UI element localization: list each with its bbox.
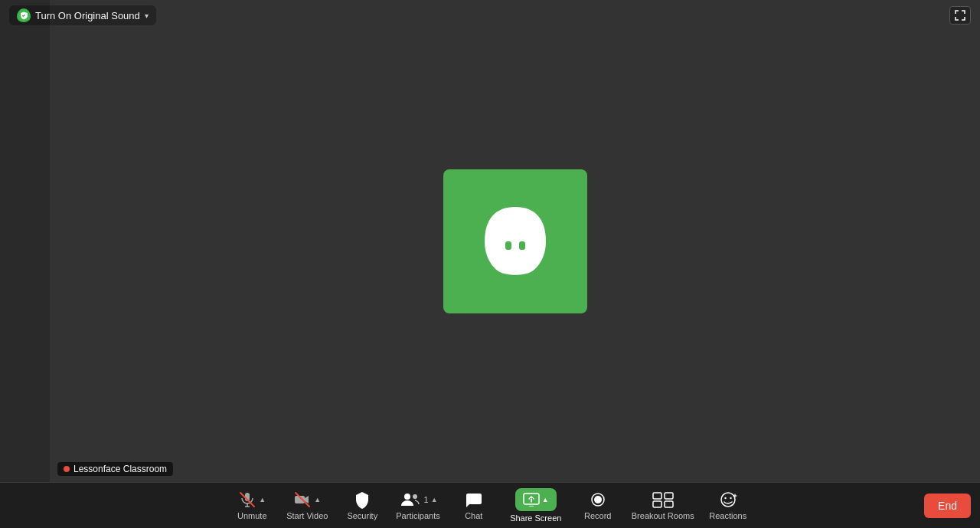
participant-avatar (443, 169, 587, 313)
record-icon-area (589, 490, 607, 509)
name-tag-label: Lessonface Classroom (74, 464, 167, 474)
breakout-rooms-label: Breakout Rooms (632, 511, 694, 520)
unmute-icon-area: ▲ (238, 490, 266, 509)
original-sound-button[interactable]: Turn On Original Sound ▾ (9, 5, 156, 25)
share-screen-icon-area: ▲ (515, 488, 557, 511)
lessonface-logo (469, 199, 561, 284)
participants-caret[interactable]: ▲ (431, 496, 438, 503)
participants-icon (399, 490, 422, 509)
svg-point-11 (594, 496, 602, 503)
share-screen-button[interactable]: ▲ Share Screen (501, 484, 570, 527)
top-bar: Turn On Original Sound ▾ (0, 0, 980, 31)
security-icon (353, 490, 371, 509)
svg-point-8 (404, 494, 410, 500)
svg-point-17 (721, 493, 735, 507)
share-screen-label: Share Screen (510, 513, 561, 523)
chat-icon (465, 490, 483, 509)
unmute-button[interactable]: ▲ Unmute (224, 484, 279, 527)
chevron-down-icon: ▾ (145, 11, 149, 20)
mic-muted-icon (238, 490, 256, 509)
share-screen-icon (523, 493, 540, 507)
participants-icon-area: 1 ▲ (399, 490, 438, 509)
shield-icon (17, 8, 31, 22)
reactions-icon-area (718, 490, 738, 509)
svg-rect-16 (665, 501, 673, 507)
share-caret[interactable]: ▲ (542, 496, 549, 503)
name-tag: Lessonface Classroom (57, 462, 173, 476)
participants-label: Participants (396, 511, 439, 520)
chat-button[interactable]: Chat (446, 484, 501, 527)
svg-point-9 (413, 494, 417, 499)
video-muted-icon (293, 490, 312, 509)
toolbar: ▲ Unmute ▲ Start Video Security (0, 482, 980, 528)
svg-point-18 (724, 497, 726, 499)
svg-rect-13 (653, 493, 662, 499)
share-screen-highlight: ▲ (515, 488, 557, 511)
breakout-rooms-icon-area (652, 490, 674, 509)
security-icon-area (353, 490, 371, 509)
video-caret[interactable]: ▲ (314, 496, 321, 503)
record-label: Record (584, 511, 611, 520)
video-icon-area: ▲ (293, 490, 321, 509)
chat-icon-area (465, 490, 483, 509)
breakout-rooms-icon (652, 490, 674, 509)
security-button[interactable]: Security (335, 484, 390, 527)
reactions-button[interactable]: Reactions (701, 484, 756, 527)
main-content (50, 0, 980, 482)
name-tag-dot (64, 466, 70, 472)
svg-rect-14 (665, 493, 673, 499)
start-video-label: Start Video (286, 511, 328, 520)
reactions-icon (718, 490, 738, 509)
left-sidebar (0, 0, 50, 482)
reactions-label: Reactions (709, 511, 746, 520)
record-icon (589, 490, 607, 509)
participants-button[interactable]: 1 ▲ Participants (390, 484, 446, 527)
svg-point-19 (730, 497, 731, 499)
end-button[interactable]: End (924, 494, 971, 518)
breakout-rooms-button[interactable]: Breakout Rooms (626, 484, 701, 527)
fullscreen-button[interactable] (949, 6, 971, 25)
security-label: Security (347, 511, 377, 520)
unmute-label: Unmute (237, 511, 267, 520)
svg-rect-1 (519, 241, 525, 250)
chat-label: Chat (465, 511, 482, 520)
original-sound-label: Turn On Original Sound (35, 10, 140, 21)
unmute-caret[interactable]: ▲ (259, 496, 266, 503)
start-video-button[interactable]: ▲ Start Video (279, 484, 335, 527)
svg-rect-0 (505, 241, 511, 250)
record-button[interactable]: Record (570, 484, 626, 527)
svg-rect-15 (653, 501, 662, 507)
participants-count: 1 (424, 495, 429, 504)
